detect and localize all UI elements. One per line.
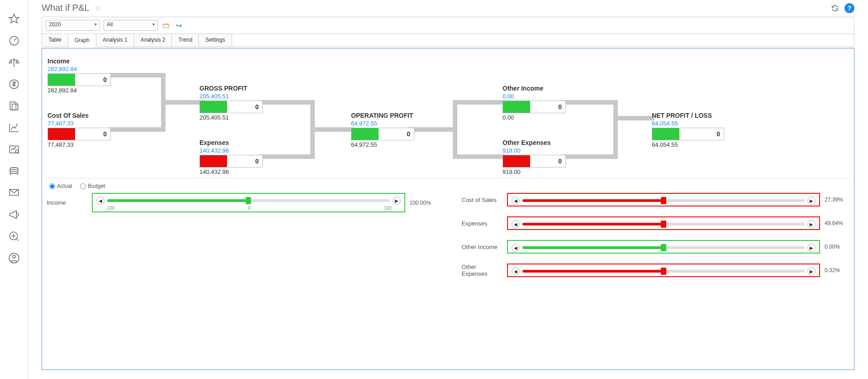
slider-percent: 49.64% bbox=[825, 220, 849, 226]
node-title: Income bbox=[47, 58, 111, 65]
nav-ledger[interactable] bbox=[5, 162, 23, 180]
nudge-right-icon[interactable]: ▶ bbox=[807, 267, 816, 275]
radio-actual-label: Actual bbox=[57, 183, 72, 189]
node-actual[interactable]: 205,405.51 bbox=[199, 93, 263, 100]
swatch bbox=[503, 101, 530, 113]
node-actual[interactable]: 64,054.55 bbox=[652, 120, 724, 127]
nav-add[interactable] bbox=[5, 227, 23, 245]
nudge-right-icon[interactable]: ▶ bbox=[807, 244, 816, 252]
nudge-left-icon[interactable]: ◀ bbox=[512, 244, 520, 252]
nav-money[interactable] bbox=[5, 75, 23, 93]
nav-analysis[interactable] bbox=[5, 140, 23, 158]
page-title: What if P&L bbox=[42, 3, 90, 13]
slider-handle[interactable] bbox=[661, 244, 666, 251]
toolbar: 2020 All 🗃 ↪ Table Graph Analysis 1 Anal… bbox=[42, 17, 854, 47]
slider-label: Expenses bbox=[462, 220, 503, 227]
tab-graph[interactable]: Graph bbox=[68, 34, 96, 47]
nudge-left-icon[interactable]: ◀ bbox=[512, 220, 520, 228]
tick: 0 bbox=[248, 206, 251, 211]
nudge-right-icon[interactable]: ▶ bbox=[807, 220, 816, 228]
nav-announce[interactable] bbox=[5, 206, 23, 224]
slider-handle[interactable] bbox=[246, 197, 251, 204]
export-icon[interactable]: ↪ bbox=[174, 21, 183, 30]
tab-trend[interactable]: Trend bbox=[172, 34, 199, 47]
node-gross-profit: GROSS PROFIT 205,405.51 0 205,405.51 bbox=[199, 85, 263, 121]
divider bbox=[46, 178, 850, 178]
node-delta: 0 bbox=[75, 74, 110, 86]
radio-actual[interactable]: Actual bbox=[49, 183, 72, 189]
help-button[interactable]: ? bbox=[844, 3, 854, 13]
tab-settings[interactable]: Settings bbox=[199, 34, 232, 47]
node-actual[interactable]: 140,432.96 bbox=[199, 147, 263, 154]
slider-box: ◀ ▶ -100 0 100 bbox=[92, 193, 405, 212]
slider-box: ◀ ▶ bbox=[507, 216, 821, 230]
node-actual[interactable]: 64,972.55 bbox=[351, 120, 414, 127]
slider-income: Income ◀ ▶ -100 bbox=[47, 193, 435, 212]
nudge-left-icon[interactable]: ◀ bbox=[512, 197, 520, 205]
nav-reports[interactable] bbox=[5, 97, 23, 115]
slider-percent: 0.00% bbox=[825, 244, 849, 250]
nudge-left-icon[interactable]: ◀ bbox=[96, 197, 104, 205]
node-delta: 0 bbox=[379, 128, 414, 140]
slider-handle[interactable] bbox=[661, 268, 666, 275]
node-actual[interactable]: 77,487.33 bbox=[47, 120, 111, 127]
slider-track[interactable] bbox=[107, 199, 390, 202]
nudge-left-icon[interactable]: ◀ bbox=[512, 267, 520, 275]
slider-handle[interactable] bbox=[661, 197, 666, 204]
scope-select[interactable]: All bbox=[104, 20, 158, 31]
year-select[interactable]: 2020 bbox=[46, 20, 100, 31]
svg-point-9 bbox=[12, 255, 15, 259]
tick: -100 bbox=[105, 206, 114, 211]
node-title: Expenses bbox=[199, 139, 263, 146]
slider-box: ◀ ▶ bbox=[507, 264, 821, 277]
slider-label: Income bbox=[47, 199, 87, 206]
slider-handle[interactable] bbox=[661, 221, 666, 228]
nav-dashboard[interactable] bbox=[5, 32, 23, 50]
slider-track[interactable] bbox=[522, 246, 805, 249]
nudge-right-icon[interactable]: ▶ bbox=[393, 197, 401, 205]
reset-icon[interactable]: 🗃 bbox=[161, 21, 171, 30]
node-bottom: 282,892.84 bbox=[47, 87, 111, 94]
node-title: GROSS PROFIT bbox=[199, 85, 263, 92]
node-delta: 0 bbox=[530, 101, 565, 113]
slider-track[interactable] bbox=[522, 223, 805, 225]
node-bottom: 64,054.55 bbox=[652, 141, 724, 148]
node-title: NET PROFIT / LOSS bbox=[652, 112, 724, 119]
basis-radio-group: Actual Budget bbox=[46, 183, 850, 189]
refresh-button[interactable] bbox=[830, 3, 840, 13]
slider-percent: 100.00% bbox=[410, 200, 435, 206]
tab-analysis-1[interactable]: Analysis 1 bbox=[96, 34, 134, 47]
slider-percent: 27.39% bbox=[825, 197, 849, 203]
node-actual[interactable]: 282,892.84 bbox=[47, 66, 111, 72]
node-operating-profit: OPERATING PROFIT 64,972.55 0 64,972.55 bbox=[351, 112, 414, 148]
slider-percent: 0.32% bbox=[825, 267, 849, 273]
radio-budget[interactable]: Budget bbox=[80, 183, 105, 189]
node-delta: 0 bbox=[530, 155, 565, 167]
slider-track[interactable] bbox=[522, 199, 805, 202]
node-title: Other Income bbox=[503, 85, 566, 92]
node-bottom: 918.00 bbox=[503, 168, 566, 175]
nav-balance[interactable] bbox=[5, 53, 23, 72]
node-title: OPERATING PROFIT bbox=[351, 112, 414, 119]
tab-table[interactable]: Table bbox=[42, 34, 68, 47]
graph-panel: Income 282,892.84 0 282,892.84 Cost Of S… bbox=[42, 48, 854, 370]
node-actual[interactable]: 0.00 bbox=[503, 93, 566, 100]
slider-track[interactable] bbox=[522, 270, 805, 273]
swatch bbox=[48, 74, 75, 86]
nav-sms[interactable] bbox=[5, 184, 23, 202]
favorite-toggle-icon[interactable]: ☆ bbox=[94, 3, 101, 13]
swatch bbox=[200, 155, 227, 167]
nav-user[interactable] bbox=[5, 249, 23, 267]
node-actual[interactable]: 918.00 bbox=[503, 147, 566, 154]
tab-analysis-2[interactable]: Analysis 2 bbox=[134, 34, 172, 47]
node-bottom: 64,972.55 bbox=[351, 141, 414, 148]
node-title: Cost Of Sales bbox=[47, 112, 111, 119]
node-delta: 0 bbox=[75, 128, 110, 140]
nav-favorites[interactable] bbox=[5, 10, 23, 28]
nudge-right-icon[interactable]: ▶ bbox=[807, 197, 816, 205]
node-bottom: 77,487.33 bbox=[47, 141, 111, 148]
swatch bbox=[652, 128, 679, 140]
nav-trends[interactable] bbox=[5, 119, 23, 137]
svg-rect-3 bbox=[12, 104, 18, 110]
slider-other-income: Other Income ◀ ▶ 0.00% bbox=[462, 240, 850, 254]
